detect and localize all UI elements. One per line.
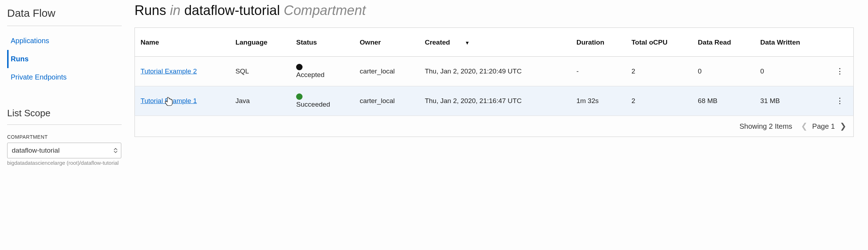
col-ocpu[interactable]: Total oCPU xyxy=(626,28,692,57)
cell-language: Java xyxy=(230,86,290,116)
cell-duration: - xyxy=(571,57,626,86)
table-footer: Showing 2 Items ❮ Page 1 ❯ xyxy=(134,116,854,137)
run-link[interactable]: Tutorial Example 1 xyxy=(141,97,197,104)
col-created[interactable]: Created ▼ xyxy=(419,28,571,57)
main-content: Runs in dataflow-tutorial Compartment Na… xyxy=(130,0,868,250)
page-next-icon[interactable]: ❯ xyxy=(840,122,846,131)
cell-data-written: 0 xyxy=(755,57,826,86)
compartment-label: COMPARTMENT xyxy=(7,134,122,140)
sort-desc-icon: ▼ xyxy=(465,40,470,46)
status-label: Accepted xyxy=(296,71,324,79)
col-created-label: Created xyxy=(425,39,450,46)
cell-status: Succeeded xyxy=(296,93,348,108)
cell-duration: 1m 32s xyxy=(571,86,626,116)
table-row: Tutorial Example 1 Java Succeeded carter… xyxy=(135,86,854,116)
col-data-read[interactable]: Data Read xyxy=(692,28,755,57)
col-status[interactable]: Status xyxy=(290,28,354,57)
col-data-written[interactable]: Data Written xyxy=(755,28,826,57)
cell-data-read: 68 MB xyxy=(692,86,755,116)
table-header-row: Name Language Status Owner Created ▼ Dur… xyxy=(135,28,854,57)
compartment-path: bigdatadatasciencelarge (root)/dataflow-… xyxy=(7,160,122,166)
table-body: Tutorial Example 2 SQL Accepted carter_l… xyxy=(135,57,854,116)
page-title-scope: dataflow-tutorial xyxy=(184,3,280,18)
page-title-prefix: Runs xyxy=(134,3,166,18)
cell-language: SQL xyxy=(230,57,290,86)
sidebar: Data Flow Applications Runs Private Endp… xyxy=(0,0,130,250)
col-name[interactable]: Name xyxy=(135,28,230,57)
cell-created: Thu, Jan 2, 2020, 21:20:49 UTC xyxy=(419,57,571,86)
pager: ❮ Page 1 ❯ xyxy=(801,122,846,131)
compartment-select-value[interactable]: dataflow-tutorial xyxy=(7,143,121,158)
cell-created: Thu, Jan 2, 2020, 21:16:47 UTC xyxy=(419,86,571,116)
status-label: Succeeded xyxy=(296,101,330,108)
footer-count: Showing 2 Items xyxy=(740,122,792,131)
page-title: Runs in dataflow-tutorial Compartment xyxy=(134,3,854,18)
sidebar-nav: Applications Runs Private Endpoints xyxy=(7,32,122,86)
status-dot-icon xyxy=(296,64,303,70)
page-title-in: in xyxy=(170,3,181,18)
list-scope-title: List Scope xyxy=(7,108,122,125)
row-actions-menu[interactable]: ⋮ xyxy=(826,86,853,116)
runs-table: Name Language Status Owner Created ▼ Dur… xyxy=(134,27,854,116)
compartment-select[interactable]: dataflow-tutorial xyxy=(7,143,121,158)
sidebar-item-runs[interactable]: Runs xyxy=(7,50,122,68)
sidebar-item-applications[interactable]: Applications xyxy=(7,32,122,50)
cell-owner: carter_local xyxy=(354,86,419,116)
cell-ocpu: 2 xyxy=(626,86,692,116)
col-owner[interactable]: Owner xyxy=(354,28,419,57)
cell-data-read: 0 xyxy=(692,57,755,86)
page-prev-icon[interactable]: ❮ xyxy=(801,122,807,131)
run-link[interactable]: Tutorial Example 2 xyxy=(141,67,197,75)
cell-ocpu: 2 xyxy=(626,57,692,86)
page-title-suffix: Compartment xyxy=(284,3,366,18)
status-dot-icon xyxy=(296,93,303,100)
cell-owner: carter_local xyxy=(354,57,419,86)
page-indicator: Page 1 xyxy=(812,122,835,131)
col-duration[interactable]: Duration xyxy=(571,28,626,57)
cell-data-written: 31 MB xyxy=(755,86,826,116)
sidebar-title: Data Flow xyxy=(7,7,122,26)
row-actions-menu[interactable]: ⋮ xyxy=(826,57,853,86)
table-row: Tutorial Example 2 SQL Accepted carter_l… xyxy=(135,57,854,86)
cell-status: Accepted xyxy=(296,64,348,79)
sidebar-item-private-endpoints[interactable]: Private Endpoints xyxy=(7,68,122,86)
col-actions xyxy=(826,28,853,57)
col-language[interactable]: Language xyxy=(230,28,290,57)
